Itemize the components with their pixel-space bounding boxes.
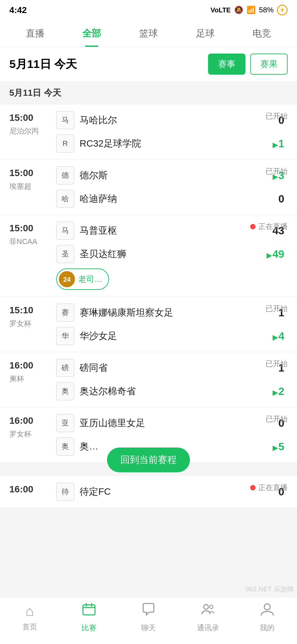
- match-time-league: 16:00: [9, 483, 53, 496]
- team-row: 哈 哈迪萨纳 0: [56, 190, 288, 208]
- mine-icon: [260, 602, 275, 620]
- match-time: 16:00: [9, 483, 53, 496]
- svg-point-6: [204, 605, 208, 609]
- match-time: 16:00: [9, 359, 53, 372]
- nav-tabs: 直播 全部 篮球 足球 电竞: [0, 20, 297, 47]
- home-icon: ⌂: [25, 603, 34, 619]
- live-label: 正在直播: [258, 483, 288, 493]
- nav-mine-label: 我的: [260, 623, 275, 633]
- nav-mine[interactable]: 我的: [237, 597, 297, 637]
- mute-icon: 🔕: [234, 6, 243, 14]
- tab-live[interactable]: 直播: [7, 20, 64, 47]
- team-name: 亚历山德里女足: [80, 417, 264, 429]
- match-teams: 磅 磅同省 1 奥 奥达尔棉奇省 2: [56, 359, 288, 400]
- match-item-partial[interactable]: 正在直播 16:00 待 待定FC 0: [0, 476, 297, 508]
- nav-contacts-label: 通讯录: [197, 623, 219, 633]
- match-status-live: 正在直播: [250, 483, 288, 493]
- nav-match-label: 比赛: [82, 623, 96, 633]
- nav-home-label: 首页: [22, 622, 37, 632]
- team-name: 哈迪萨纳: [80, 192, 264, 205]
- match-time-league: 16:00 罗女杯: [9, 414, 53, 439]
- match-time: 15:00: [9, 111, 53, 124]
- match-time-league: 16:00 柬杯: [9, 359, 53, 384]
- match-time: 16:00: [9, 414, 53, 427]
- nav-contacts[interactable]: 通讯录: [178, 597, 238, 637]
- team-row: 奥 奥达尔棉奇省 2: [56, 382, 288, 400]
- match-teams: 马 马普亚枢 43 圣 圣贝达红狮 49 24 老司…: [56, 222, 288, 290]
- status-time: 4:42: [9, 5, 27, 15]
- nav-match[interactable]: 比赛: [60, 597, 119, 637]
- team-row: R RC32足球学院 1: [56, 135, 288, 153]
- match-time-league: 15:00 尼泊尔丙: [9, 111, 53, 136]
- match-item-live[interactable]: 正在直播 15:00 菲NCAA 马 马普亚枢 43 圣 圣贝达红狮 49: [0, 215, 297, 297]
- nav-chat[interactable]: 聊天: [119, 597, 178, 637]
- date-buttons: 赛事 赛果: [208, 54, 288, 75]
- match-item[interactable]: 已开始 15:00 埃塞超 德 德尔斯 3 哈 哈迪萨纳 0: [0, 160, 297, 215]
- team-score-leading: 49: [264, 248, 284, 260]
- nav-chat-label: 聊天: [141, 623, 156, 633]
- svg-point-7: [210, 605, 213, 609]
- date-header: 5月11日 今天 赛事 赛果: [0, 47, 297, 82]
- team-score-leading: 1: [264, 138, 284, 150]
- match-teams: 赛 赛琳娜锡康斯坦察女足 1 华 华沙女足 4: [56, 304, 288, 345]
- team-badge: 华: [56, 327, 74, 345]
- match-status: 已开始: [266, 359, 288, 369]
- team-name: RC32足球学院: [80, 137, 264, 150]
- match-league: 罗女杯: [9, 429, 53, 439]
- match-time: 15:10: [9, 304, 53, 317]
- team-score-leading: 5: [264, 440, 284, 453]
- team-badge: 圣: [56, 245, 74, 263]
- team-badge: 奥: [56, 437, 74, 456]
- team-badge: 赛: [56, 304, 74, 322]
- svg-point-8: [264, 604, 270, 610]
- team-score-leading: 2: [264, 385, 284, 398]
- tab-all[interactable]: 全部: [64, 20, 120, 47]
- team-badge: 马: [56, 111, 74, 129]
- team-badge: 奥: [56, 382, 74, 400]
- match-status: 已开始: [266, 166, 288, 176]
- match-league: 尼泊尔丙: [9, 126, 53, 136]
- chat-icon: [141, 602, 156, 620]
- match-item[interactable]: 已开始 15:10 罗女杯 赛 赛琳娜锡康斯坦察女足 1 华 华沙女足 4: [0, 297, 297, 352]
- team-name: 圣贝达红狮: [80, 248, 264, 260]
- team-row: 圣 圣贝达红狮 49: [56, 245, 288, 263]
- match-item[interactable]: 已开始 16:00 柬杯 磅 磅同省 1 奥 奥达尔棉奇省 2: [0, 352, 297, 407]
- match-item[interactable]: 已开始 16:00 罗女杯 亚 亚历山德里女足 0 奥 奥… 5 回到当前赛程: [0, 407, 297, 463]
- team-score-leading: 4: [264, 330, 284, 342]
- team-name: 待定FC: [80, 485, 264, 498]
- team-row: 磅 磅同省 1: [56, 359, 288, 377]
- match-icon: [82, 602, 96, 620]
- live-label: 正在直播: [258, 222, 288, 232]
- match-teams: 德 德尔斯 3 哈 哈迪萨纳 0: [56, 166, 288, 208]
- live-dot: [250, 224, 256, 229]
- match-league: 菲NCAA: [9, 237, 53, 247]
- match-status: 已开始: [266, 111, 288, 121]
- back-to-schedule-btn[interactable]: 回到当前赛程: [107, 448, 190, 472]
- streamer-badge[interactable]: 24 老司…: [56, 268, 109, 290]
- team-row: 华 华沙女足 4: [56, 327, 288, 345]
- match-teams: 马 马哈比尔 0 R RC32足球学院 1: [56, 111, 288, 153]
- result-btn[interactable]: 赛果: [250, 54, 288, 75]
- team-row: 德 德尔斯 3: [56, 166, 288, 184]
- nav-home[interactable]: ⌂ 首页: [0, 597, 60, 637]
- team-name: 赛琳娜锡康斯坦察女足: [80, 306, 264, 319]
- team-badge: 马: [56, 222, 74, 240]
- section-label: 5月11日 今天: [9, 88, 61, 98]
- tab-basketball[interactable]: 篮球: [120, 20, 177, 47]
- svg-text:24: 24: [63, 276, 71, 283]
- contacts-icon: [201, 602, 215, 620]
- tab-esports[interactable]: 电竞: [233, 20, 290, 47]
- signal-icon: 📶: [246, 6, 256, 14]
- team-badge: 磅: [56, 359, 74, 377]
- watermark: 962.NET 乐游网: [245, 585, 294, 594]
- match-btn[interactable]: 赛事: [208, 54, 245, 75]
- tab-football[interactable]: 足球: [177, 20, 234, 47]
- match-league: 柬杯: [9, 374, 53, 384]
- team-name: 德尔斯: [80, 169, 264, 182]
- team-row: 亚 亚历山德里女足 0: [56, 414, 288, 432]
- live-dot: [250, 485, 256, 490]
- team-name: 华沙女足: [80, 330, 264, 342]
- match-item[interactable]: 已开始 15:00 尼泊尔丙 马 马哈比尔 0 R RC32足球学院 1: [0, 104, 297, 160]
- team-name: 马普亚枢: [80, 224, 264, 237]
- match-league: 罗女杯: [9, 319, 53, 329]
